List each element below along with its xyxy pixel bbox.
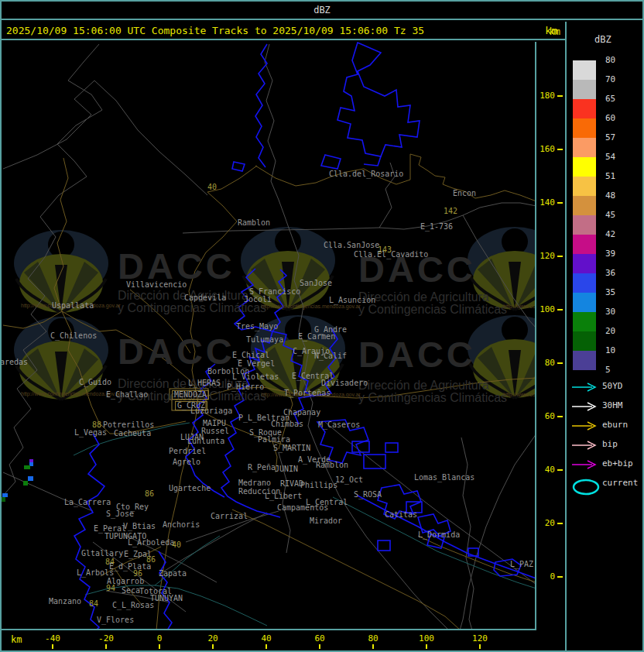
map-label: Lunlunta	[187, 438, 224, 445]
map-label: Encon	[453, 190, 476, 197]
bottom-axis-tick	[479, 644, 481, 649]
colorbar-swatch	[573, 331, 596, 351]
dacc-watermark-url: http://www.contingencias.mendoza.gov.ar	[503, 392, 536, 397]
right-axis-tick	[557, 256, 563, 257]
colorbar-swatch	[573, 99, 596, 118]
page-title: dBZ	[313, 5, 331, 15]
dacc-watermark-text: DACC	[358, 338, 476, 372]
colorbar-value-label: 35	[605, 288, 615, 297]
dacc-watermark-line1: Dirección de Agricultura	[358, 291, 489, 304]
legend-item-eburn: eburn	[567, 418, 642, 434]
bottom-axis-tick-label: 0	[144, 634, 175, 643]
legend-item-current: current	[567, 476, 642, 492]
dacc-watermark-url: http://www.contingencias.mendoza.gov.ar	[261, 304, 361, 309]
map-label: 12_Oct	[335, 476, 363, 484]
map-label: M_Caseros	[318, 421, 360, 429]
map-label: TUNUYAN	[150, 595, 183, 602]
colorbar-value-label: 10	[605, 346, 615, 355]
map-label: Russel	[201, 427, 229, 435]
header-bar: 2025/10/09 15:06:00 UTC Composite Tracks…	[2, 22, 565, 40]
legend-item-label: 30HM	[602, 400, 623, 410]
colorbar-value-label: 20	[605, 327, 615, 336]
colorbar-value-label: 42	[605, 230, 615, 239]
colorbar-swatch	[573, 157, 596, 177]
map-label: L_Violetas	[232, 373, 279, 381]
map-label: L_PAZ	[510, 561, 533, 568]
legend-item-30HM: 30HM	[567, 399, 642, 414]
map-label: Gltallary	[81, 550, 123, 558]
map-label: Divisadero	[321, 379, 368, 387]
right-axis-tick	[557, 202, 563, 204]
bottom-axis-tick-label: 80	[358, 634, 389, 643]
bottom-axis-tick-label: 40	[251, 634, 282, 643]
colorbar-value-label: 80	[605, 56, 615, 65]
road-number-label: 94	[106, 585, 115, 592]
legend-item-label: bip	[602, 439, 618, 449]
map-label: Potrerillos	[103, 421, 154, 429]
dacc-watermark-line2: y Contingencias Climáticas	[118, 302, 266, 314]
title-bar: dBZ	[2, 2, 642, 20]
colorbar-swatch	[573, 196, 596, 215]
road-number-label: 40	[172, 541, 181, 549]
map-label: Chimbas	[271, 420, 303, 428]
colorbar-swatch	[573, 215, 596, 235]
map-label: MENDOZA	[172, 390, 209, 400]
map-label: Perdriel	[169, 448, 206, 455]
colorbar-swatch	[573, 273, 596, 293]
bottom-axis-tick	[372, 644, 374, 649]
dacc-watermark-text: DACC	[118, 249, 235, 283]
map-label: Tulumaya	[246, 336, 283, 344]
map-label: Luzuriaga	[190, 407, 232, 415]
map-label: L_Vegas	[74, 429, 107, 437]
colorbar-value-label: 39	[605, 249, 615, 259]
map-label: Seca	[122, 587, 140, 595]
legend-item-50YD: 50YD	[567, 379, 642, 395]
colorbar-swatch	[573, 254, 596, 273]
colorbar-value-label: 30	[605, 307, 615, 317]
map-label: Capdevila	[184, 294, 226, 302]
road-number-label: 86	[145, 490, 154, 498]
right-axis-tick-label: 20	[536, 519, 555, 528]
colorbar-swatch	[573, 138, 596, 157]
scale-panel: dBZ 807065605754514845423936353020105 50…	[567, 22, 642, 650]
bottom-axis-tick	[159, 644, 160, 649]
map-label: Mirador	[310, 517, 342, 525]
map-label: Villavicencio	[126, 281, 187, 289]
storm-cell	[24, 465, 30, 469]
legend-item-bip: bip	[567, 438, 642, 453]
map-label: E_Challao	[106, 391, 148, 399]
map-label: L_Asuncion	[329, 297, 375, 304]
map-label: Uspallata	[52, 302, 94, 310]
map-label: Anchoris	[163, 521, 200, 529]
right-axis-unit: km	[542, 26, 560, 37]
map-label: Agrelo	[173, 458, 200, 466]
map-label: V_Flores	[97, 616, 134, 624]
map-label: Medrano	[238, 479, 271, 487]
map-label: Phillips	[300, 482, 337, 489]
right-axis-tick	[557, 309, 563, 311]
dacc-watermark-line1: Dirección de Agricultura	[118, 290, 248, 302]
road-number-label: 142	[444, 208, 457, 215]
right-axis-tick-label: 0	[536, 572, 555, 582]
colorbar-value-label: 51	[605, 172, 615, 181]
map-label: Carrizal	[211, 513, 248, 520]
bottom-axis-tick-label: -20	[91, 634, 122, 643]
map-label: L_HERAS	[188, 379, 221, 387]
map-label: L_Dormida	[418, 531, 460, 539]
right-axis-tick	[557, 576, 563, 578]
legend-arrow-icon	[571, 381, 599, 396]
map-label: Clla.El_Cavadito	[354, 251, 428, 259]
storm-cell	[28, 476, 33, 481]
colorbar-swatch	[573, 60, 596, 80]
timestamp-text: 2025/10/09 15:06:00 UTC Composite Tracks…	[6, 25, 424, 36]
legend-item-label: current	[602, 478, 638, 488]
map-label: S_MARTIN	[273, 444, 310, 452]
map-label: E_1-736	[420, 223, 453, 231]
map-label: JUNIN	[275, 465, 298, 473]
colorbar-value-label: 5	[605, 365, 611, 375]
map-label: Clla.SanJose	[324, 242, 379, 249]
colorbar-value-label: 48	[605, 191, 615, 201]
colorbar-swatch	[573, 177, 596, 196]
colorbar-value-label: 36	[605, 269, 615, 278]
map-label: E_Chical	[232, 352, 269, 359]
